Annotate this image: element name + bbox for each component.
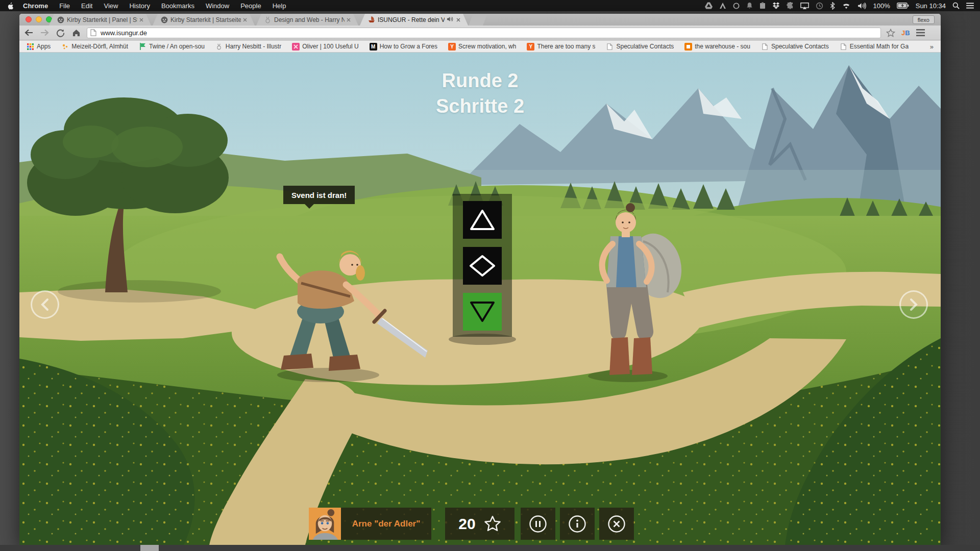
action-pillar — [453, 194, 512, 337]
kirby-favicon — [161, 16, 168, 23]
tab-design-and-web[interactable]: Design and Web - Harry Ne — [256, 14, 358, 26]
menu-file[interactable]: File — [59, 2, 70, 10]
ship-favicon — [368, 16, 376, 23]
jb-extension-icon[interactable]: JB — [901, 29, 910, 37]
wifi-status-icon[interactable] — [842, 3, 851, 9]
drive-status-icon[interactable] — [705, 2, 713, 9]
tab-close-icon[interactable] — [243, 18, 248, 22]
rabbit-favicon — [264, 16, 272, 23]
tab-isungur-active[interactable]: ISUNGUR - Rette dein V — [360, 14, 468, 26]
time-machine-status-icon[interactable] — [816, 2, 823, 10]
dots-icon — [61, 43, 69, 51]
clipboard-status-icon[interactable] — [760, 2, 766, 9]
tab-title: ISUNGUR - Rette dein V — [378, 16, 445, 23]
menubar-clock[interactable]: Sun 10:34 — [916, 2, 946, 10]
tab-audio-icon[interactable] — [447, 16, 453, 23]
bluetooth-status-icon[interactable] — [830, 2, 835, 10]
home-button[interactable] — [69, 27, 83, 38]
bookmarks-bar: Apps Meizeit-Dörfl, Almhüt Twine / An op… — [19, 41, 941, 53]
ycombinator-icon: Y — [527, 43, 534, 51]
quit-button[interactable] — [599, 508, 634, 540]
game-hud: Arne "der Adler" 20 — [19, 508, 941, 540]
kirby-favicon — [57, 16, 65, 23]
airplay-status-icon[interactable] — [800, 3, 809, 9]
warehouse-icon — [684, 43, 692, 51]
page-icon — [606, 43, 614, 51]
dock-hint — [140, 545, 159, 551]
bookmark-warehouse[interactable]: the warehouse - sou — [684, 43, 750, 51]
menu-people[interactable]: People — [240, 2, 261, 10]
bookmark-medium[interactable]: M How to Grow a Fores — [370, 43, 437, 51]
score-value: 20 — [458, 515, 475, 533]
tab-kirby-panel[interactable]: Kirby Starterkit | Panel | Sta — [49, 14, 151, 26]
minimize-window-button[interactable] — [36, 16, 42, 22]
game-viewport: Runde 2 Schritte 2 Svend ist dran! — [19, 53, 941, 545]
tab-close-icon[interactable] — [456, 18, 461, 22]
menu-edit[interactable]: Edit — [81, 2, 92, 10]
close-window-button[interactable] — [26, 16, 32, 22]
apple-menu-icon[interactable] — [7, 2, 14, 10]
battery-charging-icon[interactable] — [897, 3, 909, 9]
bookmark-speculative-2[interactable]: Speculative Contacts — [761, 43, 829, 51]
ycombinator-icon: Y — [448, 43, 456, 51]
round-status: Runde 2 Schritte 2 — [19, 68, 941, 119]
sync-status-icon[interactable] — [733, 3, 740, 9]
next-arrow-button[interactable] — [899, 290, 928, 319]
menu-view[interactable]: View — [104, 2, 118, 10]
bookmark-essential-math[interactable]: Essential Math for Ga — [840, 43, 909, 51]
puzzle-status-icon[interactable] — [787, 2, 794, 9]
reload-button[interactable] — [54, 27, 67, 38]
turn-tooltip: Svend ist dran! — [283, 186, 355, 204]
pink-site-icon — [292, 43, 300, 51]
volume-status-icon[interactable] — [857, 3, 866, 9]
previous-arrow-button[interactable] — [31, 290, 59, 319]
notification-center-icon[interactable] — [966, 3, 974, 9]
round-label: Runde 2 — [19, 68, 941, 93]
bookmark-apps[interactable]: Apps — [27, 43, 51, 51]
app-a-status-icon[interactable] — [719, 2, 726, 9]
page-icon — [90, 29, 96, 36]
steps-label: Schritte 2 — [19, 93, 941, 119]
tab-close-icon[interactable] — [347, 18, 351, 22]
bookmark-harry-nesbitt[interactable]: Harry Nesbitt - Illustr — [215, 43, 281, 51]
profile-button[interactable]: flexo — [913, 15, 935, 24]
dropbox-status-icon[interactable] — [772, 2, 780, 9]
warrior-shadow — [277, 368, 379, 382]
bell-status-icon[interactable] — [746, 2, 753, 9]
omnibox[interactable] — [87, 28, 881, 38]
url-input[interactable] — [100, 29, 877, 37]
info-button[interactable] — [560, 508, 595, 540]
new-tab-button[interactable] — [469, 15, 487, 26]
battery-percentage: 100% — [873, 2, 890, 10]
tab-kirby-startseite[interactable]: Kirby Starterkit | Startseite — [153, 14, 255, 26]
bookmark-twine[interactable]: Twine / An open-sou — [139, 43, 205, 51]
menu-window[interactable]: Window — [206, 2, 229, 10]
tab-close-icon[interactable] — [139, 18, 144, 22]
forward-button[interactable] — [38, 27, 51, 38]
bookmark-hn-1[interactable]: Y Screw motivation, wh — [448, 43, 516, 51]
triangle-down-button[interactable] — [463, 293, 502, 331]
chrome-menu-icon[interactable] — [916, 29, 925, 36]
player-name: Arne "der Adler" — [341, 508, 431, 540]
bookmark-meizeit[interactable]: Meizeit-Dörfl, Almhüt — [61, 43, 128, 51]
star-icon — [484, 515, 501, 532]
page-icon — [840, 43, 847, 51]
browser-toolbar: JB — [19, 26, 941, 40]
apps-grid-icon — [27, 43, 34, 51]
menu-history[interactable]: History — [129, 2, 150, 10]
bookmarks-overflow-chevron[interactable]: » — [930, 43, 934, 51]
triangle-up-button[interactable] — [463, 201, 502, 239]
chrome-window: Kirby Starterkit | Panel | Sta Kirby Sta… — [19, 14, 941, 545]
menu-bookmarks[interactable]: Bookmarks — [161, 2, 194, 10]
bookmark-oliver[interactable]: Oliver | 100 Useful U — [292, 43, 359, 51]
bookmark-star-icon[interactable] — [886, 29, 895, 37]
flag-icon — [139, 43, 146, 51]
back-button[interactable] — [22, 27, 35, 38]
pause-button[interactable] — [521, 508, 555, 540]
spotlight-icon[interactable] — [952, 2, 960, 9]
menubar-app-name[interactable]: Chrome — [23, 2, 48, 10]
bookmark-hn-2[interactable]: Y There are too many s — [527, 43, 595, 51]
diamond-button[interactable] — [463, 247, 502, 285]
bookmark-speculative-1[interactable]: Speculative Contacts — [606, 43, 674, 51]
menu-help[interactable]: Help — [273, 2, 286, 10]
